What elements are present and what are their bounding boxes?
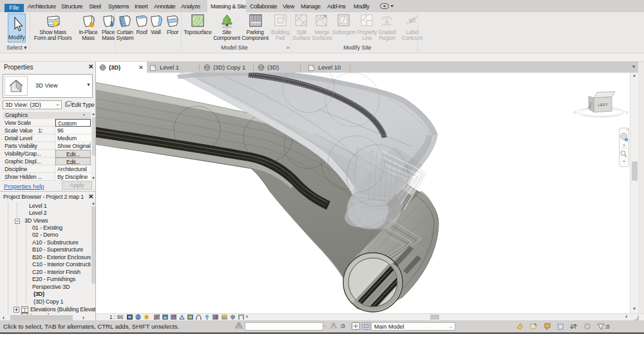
svg-text::0: :0	[605, 323, 610, 330]
svg-text:Modify: Modify	[8, 34, 25, 41]
svg-text:LEFT: LEFT	[598, 103, 608, 107]
